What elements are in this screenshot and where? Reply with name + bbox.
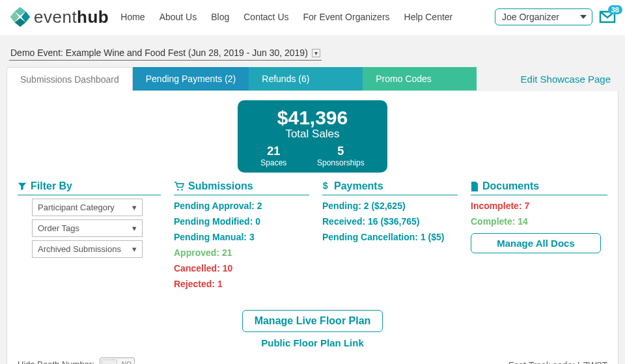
- event-dropdown-label: Demo Event: Example Wine and Food Fest (…: [10, 48, 308, 58]
- hide-booth-row: Hide Booth Number: NO: [18, 357, 135, 364]
- floor-plan-section: Manage Live Floor Plan Public Floor Plan…: [18, 310, 607, 348]
- total-sales-label: Total Sales: [245, 128, 380, 141]
- nav-help[interactable]: Help Center: [404, 12, 453, 22]
- tab-pending-payments[interactable]: Pending Payments (2): [133, 67, 249, 91]
- mail-badge: 38: [608, 5, 622, 14]
- hide-booth-label: Hide Booth Number:: [18, 359, 94, 365]
- docs-complete[interactable]: Complete: 14: [471, 216, 607, 227]
- pay-pending-cancellation[interactable]: Pending Cancellation: 1 ($5): [322, 232, 458, 242]
- event-selector-row: Demo Event: Example Wine and Food Fest (…: [0, 36, 625, 63]
- dashboard-panel: $41,396 Total Sales 21 Spaces 5 Sponsors…: [7, 91, 618, 364]
- pay-received[interactable]: Received: 16 ($36,765): [322, 216, 458, 227]
- brand-logo[interactable]: eventhub: [9, 6, 109, 28]
- subs-pending-modified[interactable]: Pending Modified: 0: [174, 216, 309, 227]
- logo-icon: [9, 6, 31, 28]
- nav-home[interactable]: Home: [120, 12, 145, 22]
- filter-archived-submissions[interactable]: Archived Submissions▾: [32, 240, 143, 258]
- cart-icon: [174, 182, 184, 191]
- event-dropdown[interactable]: Demo Event: Example Wine and Food Fest (…: [9, 46, 322, 61]
- svg-point-0: [177, 189, 178, 190]
- svg-text:$: $: [323, 181, 328, 191]
- manage-live-floor-plan-button[interactable]: Manage Live Floor Plan: [242, 310, 383, 332]
- payments-heading: $ Payments: [322, 180, 458, 195]
- public-floor-plan-link[interactable]: Public Floor Plan Link: [18, 337, 607, 348]
- subs-pending-approval[interactable]: Pending Approval: 2: [174, 201, 309, 211]
- total-sales-amount: $41,396: [245, 107, 380, 129]
- chevron-down-icon: [580, 15, 587, 19]
- tab-submissions-dashboard[interactable]: Submissions Dashboard: [7, 67, 133, 91]
- docs-incomplete[interactable]: Incomplete: 7: [471, 201, 607, 211]
- filter-icon: [18, 182, 27, 191]
- document-icon: [471, 182, 479, 191]
- sponsorships-stat: 5 Sponsorships: [317, 145, 365, 167]
- edit-showcase-link[interactable]: Edit Showcase Page: [513, 67, 618, 91]
- brand-text: eventhub: [34, 7, 109, 27]
- nav-blog[interactable]: Blog: [211, 12, 229, 22]
- documents-column: Documents Incomplete: 7 Complete: 14 Man…: [471, 180, 607, 294]
- manage-all-docs-button[interactable]: Manage All Docs: [471, 233, 601, 253]
- filter-order-tags[interactable]: Order Tags▾: [32, 219, 143, 237]
- chevron-down-icon: ▾: [312, 49, 320, 57]
- payments-column: $ Payments Pending: 2 ($2,625) Received:…: [322, 180, 458, 294]
- svg-point-1: [181, 189, 182, 190]
- subs-rejected[interactable]: Rejected: 1: [174, 279, 309, 289]
- submissions-column: Submissions Pending Approval: 2 Pending …: [174, 180, 309, 294]
- fast-track-code: Fast Track code: LZW3T: [508, 360, 607, 364]
- subs-pending-manual[interactable]: Pending Manual: 3: [174, 232, 309, 242]
- filter-column: Filter By Participant Category▾ Order Ta…: [18, 180, 161, 294]
- submissions-heading: Submissions: [174, 180, 309, 195]
- dollar-icon: $: [322, 181, 330, 191]
- documents-heading: Documents: [471, 180, 607, 195]
- chevron-down-icon: ▾: [132, 244, 137, 254]
- tab-bar: Submissions Dashboard Pending Payments (…: [7, 67, 618, 91]
- subs-approved[interactable]: Approved: 21: [174, 247, 309, 258]
- chevron-down-icon: ▾: [132, 203, 137, 212]
- nav-about[interactable]: About Us: [160, 12, 197, 22]
- mail-button[interactable]: 38: [599, 10, 616, 23]
- spaces-stat: 21 Spaces: [260, 145, 286, 167]
- totals-card: $41,396 Total Sales 21 Spaces 5 Sponsors…: [238, 100, 387, 173]
- nav-menu: Home About Us Blog Contact Us For Event …: [120, 12, 452, 22]
- subs-cancelled[interactable]: Cancelled: 10: [174, 263, 309, 273]
- top-header: eventhub Home About Us Blog Contact Us F…: [0, 0, 625, 36]
- chevron-down-icon: ▾: [132, 223, 137, 233]
- nav-organizers[interactable]: For Event Organizers: [303, 12, 390, 22]
- pay-pending[interactable]: Pending: 2 ($2,625): [322, 201, 458, 211]
- user-dropdown[interactable]: Joe Organizer: [495, 8, 592, 25]
- hide-booth-toggle[interactable]: NO: [100, 357, 135, 364]
- filter-heading: Filter By: [18, 180, 161, 195]
- filter-participant-category[interactable]: Participant Category▾: [32, 199, 143, 216]
- tab-promo-codes[interactable]: Promo Codes: [363, 67, 477, 91]
- user-name: Joe Organizer: [502, 12, 559, 22]
- tab-refunds[interactable]: Refunds (6): [249, 67, 363, 91]
- nav-contact[interactable]: Contact Us: [243, 12, 288, 22]
